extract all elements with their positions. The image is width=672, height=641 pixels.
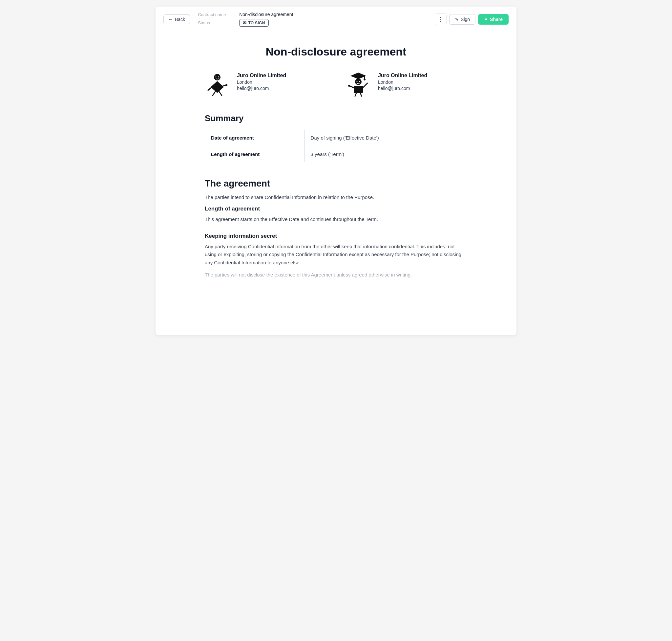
dots-icon: ⋮ [438, 16, 444, 23]
svg-line-8 [219, 92, 222, 96]
contract-name-row: Contract name Non-disclosure agreement [198, 12, 430, 17]
send-icon: ✉ [243, 21, 247, 25]
svg-line-7 [213, 92, 215, 96]
svg-line-19 [355, 93, 356, 96]
summary-table: Date of agreement Day of signing ('Effec… [205, 129, 467, 163]
svg-point-13 [357, 81, 358, 82]
header-actions: ⋮ ✎ Sign ✦ Share [435, 13, 508, 25]
party-2-email: hello@juro.com [378, 86, 427, 91]
agreement-intro: The parties intend to share Confidential… [205, 193, 467, 202]
sub-heading-length: Length of agreement [205, 206, 467, 212]
svg-line-17 [363, 83, 367, 88]
table-row: Date of agreement Day of signing ('Effec… [205, 130, 467, 146]
summary-row-1-label: Date of agreement [205, 130, 305, 146]
header: ← Back Contract name Non-disclosure agre… [155, 6, 517, 32]
sub-text-secret: Any party receiving Confidential Informa… [205, 243, 467, 267]
svg-point-18 [348, 85, 350, 87]
sign-label: Sign [461, 17, 470, 22]
contract-name-label: Contract name [198, 12, 234, 17]
svg-line-20 [360, 93, 362, 96]
sub-heading-secret: Keeping information secret [205, 233, 467, 240]
svg-point-6 [225, 84, 227, 86]
party-2-name: Juro Online Limited [378, 72, 427, 79]
table-row: Length of agreement 3 years ('Term') [205, 146, 467, 163]
summary-row-2-value: 3 years ('Term') [305, 146, 467, 163]
party-1-city: London [237, 80, 286, 85]
sub-text-secret-faded: The parties will not disclose the existe… [205, 271, 467, 279]
svg-line-4 [208, 86, 213, 90]
party-2-info: Juro Online Limited London hello@juro.co… [378, 71, 427, 91]
party-1: Juro Online Limited London hello@juro.co… [205, 71, 326, 97]
status-value: TO SIGN [248, 21, 265, 25]
agreement-heading: The agreement [205, 178, 467, 189]
summary-section-title: Summary [205, 113, 467, 123]
back-button[interactable]: ← Back [164, 14, 190, 24]
party-1-name: Juro Online Limited [237, 72, 286, 79]
document-content: Non-disclosure agreement [179, 32, 493, 311]
back-label: Back [175, 17, 185, 22]
svg-rect-15 [354, 86, 363, 93]
more-options-button[interactable]: ⋮ [435, 13, 447, 25]
status-row: Status ✉ TO SIGN [198, 19, 430, 27]
sign-button[interactable]: ✎ Sign [449, 14, 475, 25]
share-button[interactable]: ✦ Share [478, 14, 508, 25]
svg-point-14 [359, 81, 360, 82]
agreement-section: The agreement The parties intend to shar… [205, 178, 467, 279]
contract-name-value: Non-disclosure agreement [239, 12, 293, 17]
parties-row: Juro Online Limited London hello@juro.co… [205, 71, 467, 97]
party-2-mascot [346, 71, 372, 97]
status-label: Status [198, 21, 234, 25]
svg-marker-3 [211, 81, 224, 93]
document-title: Non-disclosure agreement [205, 45, 467, 58]
back-arrow-icon: ← [168, 17, 173, 22]
party-2: Juro Online Limited London hello@juro.co… [346, 71, 467, 97]
sub-text-length: This agreement starts on the Effective D… [205, 215, 467, 223]
share-icon: ✦ [484, 17, 488, 22]
svg-point-1 [215, 77, 216, 78]
svg-point-0 [214, 74, 221, 80]
svg-point-12 [355, 79, 362, 85]
svg-point-11 [364, 79, 365, 80]
party-2-city: London [378, 80, 427, 85]
share-label: Share [490, 17, 503, 22]
header-meta: Contract name Non-disclosure agreement S… [198, 12, 430, 27]
sub-section-length: Length of agreement This agreement start… [205, 206, 467, 223]
svg-point-2 [218, 77, 219, 78]
summary-row-1-value: Day of signing ('Effective Date') [305, 130, 467, 146]
status-badge: ✉ TO SIGN [239, 19, 269, 27]
sign-pen-icon: ✎ [455, 17, 459, 22]
page-container: ← Back Contract name Non-disclosure agre… [155, 6, 517, 335]
svg-marker-9 [350, 72, 366, 79]
sub-section-secret: Keeping information secret Any party rec… [205, 233, 467, 279]
party-1-mascot [205, 71, 231, 97]
party-1-email: hello@juro.com [237, 86, 286, 91]
summary-row-2-label: Length of agreement [205, 146, 305, 163]
party-1-info: Juro Online Limited London hello@juro.co… [237, 71, 286, 91]
